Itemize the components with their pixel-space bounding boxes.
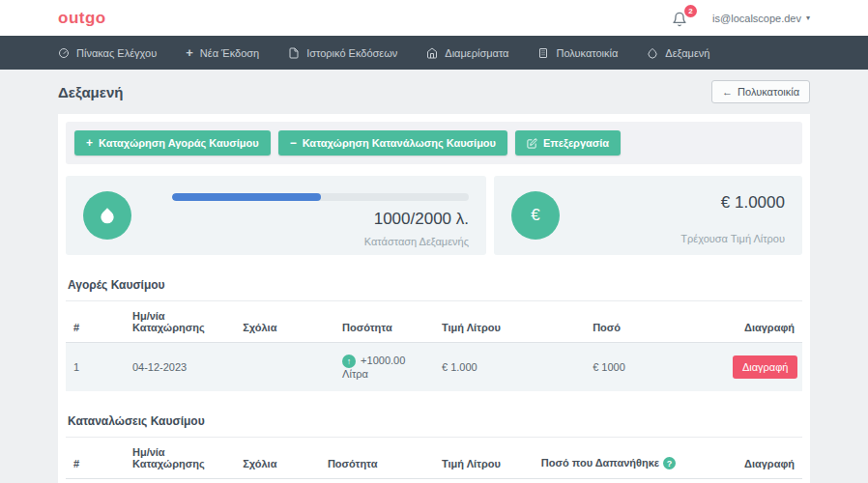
nav-item-issue-history[interactable]: Ιστορικό Εκδόσεων [288, 47, 397, 59]
home-icon [426, 47, 438, 59]
col-comments: Σχόλια [235, 438, 320, 479]
row-price-per-liter: € 1.000 [434, 343, 585, 392]
back-to-building-button[interactable]: ← Πολυκατοικία [711, 80, 810, 103]
nav-label: Ιστορικό Εκδόσεων [306, 47, 397, 59]
building-icon [537, 47, 549, 59]
arrow-left-icon: ← [722, 86, 733, 98]
liter-price-card: € € 1.0000 Τρέχουσα Τιμή Λίτρου [494, 176, 802, 255]
tank-card-caption: Κατάσταση Δεξαμενής [172, 236, 469, 247]
user-email: is@localscope.dev [712, 13, 801, 24]
col-index: # [66, 301, 125, 343]
minus-icon: − [290, 137, 297, 149]
topbar-right: 2 is@localscope.dev ▾ [672, 10, 810, 27]
col-amount: Ποσό [585, 301, 725, 343]
tank-level-value: 1000/2000 λ. [172, 210, 469, 229]
tank-card-body: 1000/2000 λ. Κατάσταση Δεξαμενής [131, 191, 469, 247]
nav-label: Νέα Έκδοση [200, 47, 259, 59]
purchases-section-title: Αγορές Καυσίμου [66, 278, 802, 301]
main-content: + Καταχώρηση Αγοράς Καυσίμου − Καταχώρησ… [58, 114, 810, 483]
col-amount-spent: Ποσό που Δαπανήθηκε? [534, 438, 725, 479]
col-date: Ημ/νία Καταχώρησης [125, 301, 235, 343]
euro-glyph: € [531, 206, 539, 225]
delete-purchase-button[interactable]: Διαγραφή [733, 355, 798, 379]
consumptions-section-title: Καταναλώσεις Καυσίμου [66, 414, 802, 438]
notifications-badge: 2 [684, 5, 697, 17]
euro-circle-icon: € [511, 191, 560, 240]
back-button-label: Πολυκατοικία [738, 86, 799, 98]
col-delete: Διαγραφή [725, 301, 802, 343]
arrow-up-circle-icon: ↑ [342, 355, 356, 368]
edit-pencil-icon [527, 138, 537, 149]
col-price-per-liter: Τιμή Λίτρου [434, 301, 585, 343]
price-card-body: € 1.0000 Τρέχουσα Τιμή Λίτρου [560, 191, 785, 244]
chevron-down-icon: ▾ [806, 14, 810, 22]
add-fuel-consumption-button[interactable]: − Καταχώρηση Κατανάλωσης Καυσίμου [278, 130, 507, 156]
nav-item-dashboard[interactable]: Πίνακας Ελέγχου [58, 47, 157, 59]
row-delete-cell: Διαγραφή [725, 343, 802, 392]
button-label: Επεξεργασία [543, 137, 609, 149]
col-index: # [66, 438, 125, 479]
nav-label: Διαμερίσματα [445, 47, 508, 59]
row-amount: € 1000 [585, 343, 725, 392]
user-menu[interactable]: is@localscope.dev ▾ [712, 13, 810, 24]
droplet-icon [647, 47, 658, 59]
liter-price-value: € 1.0000 [600, 193, 785, 213]
row-comments [235, 343, 334, 392]
consumptions-table: # Ημ/νία Καταχώρησης Σχόλια Ποσότητα Τιμ… [66, 438, 802, 479]
nav-label: Πολυκατοικία [556, 47, 618, 59]
nav-item-tank[interactable]: Δεξαμενή [647, 47, 709, 59]
file-icon [288, 47, 300, 59]
nav-label: Δεξαμενή [665, 47, 709, 59]
droplet-circle-icon [83, 191, 131, 240]
col-comments: Σχόλια [235, 301, 334, 343]
purchases-header-row: # Ημ/νία Καταχώρησης Σχόλια Ποσότητα Τιμ… [66, 301, 802, 343]
col-quantity: Ποσότητα [320, 438, 434, 479]
button-label: Καταχώρηση Κατανάλωσης Καυσίμου [303, 137, 496, 149]
main-navbar: Πίνακας Ελέγχου + Νέα Έκδοση Ιστορικό Εκ… [0, 36, 868, 70]
summary-cards: 1000/2000 λ. Κατάσταση Δεξαμενής € € 1.0… [66, 176, 802, 255]
page-title-row: Δεξαμενή ← Πολυκατοικία [0, 70, 868, 114]
page-title: Δεξαμενή [58, 84, 123, 100]
tank-status-card: 1000/2000 λ. Κατάσταση Δεξαμενής [66, 176, 486, 255]
row-date: 04-12-2023 [125, 343, 235, 392]
col-price-per-liter: Τιμή Λίτρου [434, 438, 534, 479]
col-date: Ημ/νία Καταχώρησης [125, 438, 235, 479]
actions-panel: + Καταχώρηση Αγοράς Καυσίμου − Καταχώρησ… [66, 122, 802, 164]
purchases-table: # Ημ/νία Καταχώρησης Σχόλια Ποσότητα Τιμ… [66, 301, 802, 391]
help-circle-icon[interactable]: ? [663, 457, 676, 469]
tank-progress-bar [172, 193, 469, 201]
nav-item-building[interactable]: Πολυκατοικία [537, 47, 618, 59]
plus-icon: + [186, 46, 193, 59]
price-card-caption: Τρέχουσα Τιμή Λίτρου [600, 233, 785, 244]
col-quantity: Ποσότητα [334, 301, 434, 343]
dashboard-icon [58, 47, 70, 59]
nav-label: Πίνακας Ελέγχου [76, 47, 157, 59]
purchase-row: 1 04-12-2023 ↑+1000.00 Λίτρα € 1.000 € 1… [66, 343, 802, 392]
row-quantity: ↑+1000.00 Λίτρα [334, 343, 434, 392]
amount-spent-label: Ποσό που Δαπανήθηκε [541, 457, 659, 469]
plus-icon: + [86, 137, 93, 149]
add-fuel-purchase-button[interactable]: + Καταχώρηση Αγοράς Καυσίμου [74, 130, 271, 156]
tank-progress-fill [172, 193, 321, 201]
col-delete: Διαγραφή [725, 438, 802, 479]
app-logo: outgo [58, 9, 106, 28]
topbar: outgo 2 is@localscope.dev ▾ [0, 0, 868, 36]
edit-button[interactable]: Επεξεργασία [515, 130, 621, 156]
consumptions-header-row: # Ημ/νία Καταχώρησης Σχόλια Ποσότητα Τιμ… [66, 438, 802, 479]
row-index: 1 [66, 343, 125, 392]
button-label: Καταχώρηση Αγοράς Καυσίμου [99, 137, 259, 149]
notifications-button[interactable]: 2 [672, 10, 689, 27]
nav-item-apartments[interactable]: Διαμερίσματα [426, 47, 508, 59]
nav-item-new-issue[interactable]: + Νέα Έκδοση [186, 46, 259, 59]
